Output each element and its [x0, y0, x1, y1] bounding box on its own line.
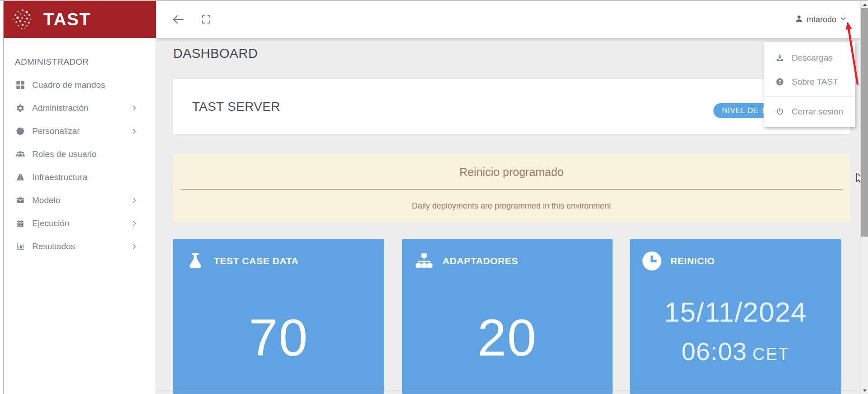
restart-time-row: 06:03CET	[630, 337, 841, 366]
download-icon	[775, 53, 784, 62]
fullscreen-icon[interactable]	[198, 12, 214, 27]
stat-cards-row: TEST CASE DATA 70 ADAPTADORES 20 REINICI…	[156, 239, 860, 394]
svg-text:?: ?	[778, 79, 781, 84]
viewport-cut-line	[156, 390, 860, 390]
username: mtarodo	[807, 15, 836, 24]
sidebar-nav: Cuadro de mandos Administración Personal…	[4, 73, 156, 258]
stat-card-value: 70	[173, 308, 384, 367]
page-title: DASHBOARD	[173, 46, 258, 61]
sidebar-item-administracion[interactable]: Administración	[4, 96, 156, 119]
topbar: mtarodo	[156, 1, 860, 38]
window-left-border	[3, 1, 4, 394]
vertical-scrollbar[interactable]	[860, 1, 868, 394]
scrollbar-thumb[interactable]	[861, 8, 868, 237]
alert-title: Reinicio programado	[173, 154, 850, 179]
question-circle-icon: ?	[775, 77, 784, 86]
user-dropdown-menu: Descargas ? Sobre TAST Cerrar sesión	[764, 42, 855, 127]
stat-card-test-case-data[interactable]: TEST CASE DATA 70	[173, 239, 384, 394]
users-icon	[15, 149, 26, 160]
stat-card-title: TEST CASE DATA	[214, 256, 298, 266]
restart-time: 06:03	[681, 337, 747, 366]
stat-card-reinicio[interactable]: REINICIO 15/11/2024 06:03CET	[630, 239, 841, 394]
sidebar-section-label: ADMINISTRADOR	[15, 57, 89, 67]
stat-card-title: REINICIO	[670, 256, 715, 266]
tast-logo-icon	[11, 8, 34, 31]
stat-card-title: ADAPTADORES	[443, 256, 518, 266]
scroll-down-button[interactable]	[861, 387, 868, 394]
flower-icon	[15, 126, 26, 137]
menu-item-cerrar-sesion[interactable]: Cerrar sesión	[764, 100, 855, 123]
chevron-right-icon	[131, 220, 137, 227]
window-top-border	[0, 0, 868, 1]
menu-item-sobre-tast[interactable]: ? Sobre TAST	[764, 70, 855, 94]
calendar-icon	[15, 218, 26, 229]
user-menu-button[interactable]: mtarodo	[795, 1, 847, 38]
sidebar-item-personalizar[interactable]: Personalizar	[4, 119, 156, 142]
main-content: DASHBOARD TAST SERVER NIVEL DE TR Reinic…	[156, 38, 860, 394]
chevron-right-icon	[131, 128, 137, 134]
menu-item-label: Cerrar sesión	[792, 107, 843, 117]
back-arrow-icon[interactable]	[170, 12, 186, 27]
road-icon	[15, 172, 26, 183]
restart-date: 15/11/2024	[630, 296, 841, 328]
sidebar-item-label: Roles de usuario	[32, 149, 97, 159]
sidebar-item-label: Administración	[32, 103, 89, 113]
server-card: TAST SERVER NIVEL DE TR	[173, 79, 850, 134]
stat-card-value: 20	[402, 308, 613, 367]
sidebar-item-label: Ejecución	[32, 218, 69, 228]
clock-icon	[642, 251, 662, 271]
power-icon	[775, 107, 784, 116]
chevron-right-icon	[131, 243, 137, 250]
flask-icon	[185, 251, 206, 271]
bar-chart-icon	[15, 241, 26, 252]
server-card-title: TAST SERVER	[192, 100, 280, 114]
sidebar-item-cuadro-de-mandos[interactable]: Cuadro de mandos	[4, 73, 156, 96]
sidebar-item-roles-de-usuario[interactable]: Roles de usuario	[4, 142, 156, 166]
sidebar-item-label: Personalizar	[32, 126, 80, 136]
sidebar-item-resultados[interactable]: Resultados	[4, 235, 156, 258]
briefcase-icon	[15, 195, 26, 206]
menu-divider	[764, 96, 855, 97]
menu-item-descargas[interactable]: Descargas	[764, 46, 855, 70]
chevron-down-icon	[840, 15, 847, 24]
brand-name: TAST	[43, 9, 91, 29]
sidebar: TAST ADMINISTRADOR Cuadro de mandos Admi…	[4, 1, 156, 394]
sidebar-item-label: Infraestructura	[32, 172, 88, 182]
sidebar-item-label: Resultados	[32, 242, 75, 252]
user-icon	[795, 14, 803, 25]
alert-divider	[180, 189, 843, 190]
restart-timezone: CET	[753, 345, 790, 364]
chevron-right-icon	[131, 197, 137, 204]
sidebar-item-infraestructura[interactable]: Infraestructura	[4, 166, 156, 189]
sitemap-icon	[414, 251, 434, 271]
chevron-right-icon	[131, 105, 137, 111]
scheduled-restart-alert: Reinicio programado Daily deployments ar…	[173, 154, 850, 222]
grid-icon	[15, 80, 26, 90]
menu-item-label: Sobre TAST	[792, 77, 838, 87]
scroll-up-button[interactable]	[861, 1, 868, 8]
stat-card-adaptadores[interactable]: ADAPTADORES 20	[402, 239, 613, 394]
menu-item-label: Descargas	[792, 53, 833, 63]
sidebar-item-label: Modelo	[32, 195, 60, 205]
brand-header[interactable]: TAST	[4, 1, 156, 38]
sidebar-item-ejecucion[interactable]: Ejecución	[4, 212, 156, 235]
sidebar-item-modelo[interactable]: Modelo	[4, 189, 156, 212]
sidebar-item-label: Cuadro de mandos	[32, 80, 105, 90]
alert-message: Daily deployments are programmed in this…	[173, 201, 850, 211]
gear-icon	[15, 103, 26, 114]
